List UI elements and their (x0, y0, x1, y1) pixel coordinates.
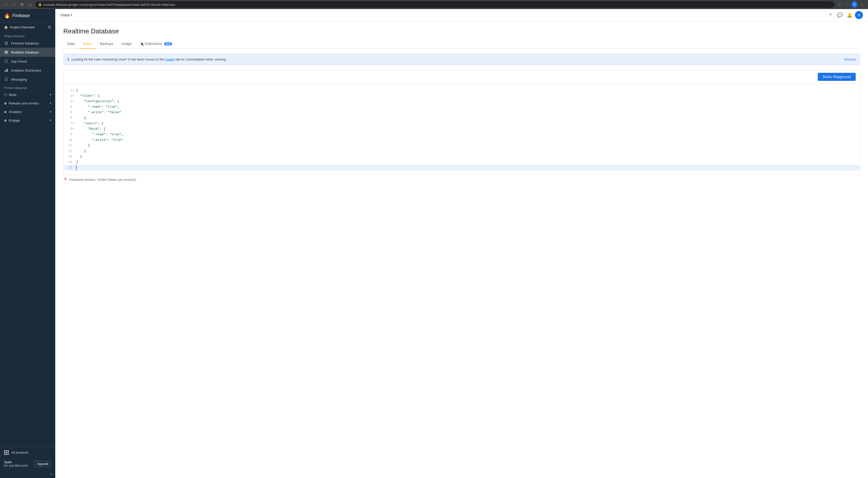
usage-link[interactable]: Usage (165, 58, 175, 61)
svg-rect-0 (5, 42, 8, 43)
code-line-3: 3 ▾ "configuration": { (64, 99, 860, 104)
top-bar: chatai ▾ ? 💬 🔔 R (55, 9, 868, 21)
line-number-2: 2 (70, 93, 72, 99)
svg-rect-5 (5, 70, 5, 72)
tab-backups[interactable]: Backups (96, 39, 117, 49)
grid-icon (4, 450, 9, 455)
tab-data[interactable]: Data (63, 39, 79, 49)
info-banner-suffix: tab for consolidated metric viewing. (175, 58, 226, 61)
project-shortcuts-section-label: Project shortcuts (0, 32, 55, 39)
code-line-14: 14 } (64, 159, 860, 165)
bookmark-button[interactable]: ☆ (836, 1, 842, 7)
firebase-flame-icon: 🔥 (4, 12, 10, 19)
url-text: console.firebase.google.com/project/chat… (43, 3, 175, 6)
page-content: Realtime Database Data Rules Backups Usa… (55, 21, 868, 478)
extensions-button[interactable]: ⬛ (844, 1, 850, 7)
release-chevron-icon: ▾ (50, 101, 51, 105)
code-line-9: 9 ".read": "true", (64, 132, 860, 137)
forward-button[interactable]: → (11, 1, 17, 7)
plan-description: No cost $0/month (4, 464, 28, 468)
release-monitor-label: Release and monitor (9, 101, 39, 105)
code-line-10: 10 ".write": "true" (64, 137, 860, 143)
rules-playground-button[interactable]: Rules Playground (818, 73, 856, 81)
code-line-8: 8 ▾ "$uid": { (64, 126, 860, 132)
reload-button[interactable]: ↻ (19, 1, 25, 7)
sidebar-header: 🔥 Firebase (0, 9, 55, 22)
notifications-button[interactable]: 🔔 (845, 11, 854, 19)
profile-button[interactable]: R (851, 1, 858, 7)
messaging-icon (4, 77, 8, 82)
firestore-icon (4, 41, 8, 45)
lock-icon: 🔒 (38, 3, 42, 6)
upgrade-button[interactable]: Upgrade (34, 461, 51, 467)
code-line-2: 2 ▾ "rules": { (64, 93, 860, 99)
extensions-new-badge: NEW (164, 42, 172, 45)
menu-button[interactable]: ⋮ (859, 1, 865, 7)
svg-rect-7 (7, 69, 8, 72)
sidebar: 🔥 Firebase 🏠 Project Overview ⚙ Project … (0, 9, 55, 478)
extensions-plug-icon: 🔌 (140, 42, 144, 46)
dismiss-button[interactable]: Dismiss (844, 58, 856, 61)
sidebar-item-realtime-database[interactable]: Realtime Database (0, 48, 55, 57)
location-pin-icon: 📍 (63, 178, 67, 182)
svg-rect-6 (6, 69, 7, 72)
sidebar-group-engage[interactable]: ◈ Engage ▾ (0, 116, 55, 125)
engage-icon: ◈ (4, 118, 7, 122)
analytics-label: Analytics (9, 110, 22, 114)
settings-icon[interactable]: ⚙ (48, 25, 51, 30)
back-button[interactable]: ← (3, 1, 9, 7)
sidebar-item-app-check[interactable]: App Check (0, 57, 55, 66)
main-content: chatai ▾ ? 💬 🔔 R Realtime Database Data … (55, 9, 868, 478)
code-line-12: 12 } (64, 148, 860, 154)
sidebar-item-firestore-database[interactable]: Firestore Database (0, 39, 55, 48)
info-banner-text: Looking for the rules monitoring chart? … (71, 58, 226, 61)
firebase-name-label: Firebase (12, 13, 30, 18)
profile-avatar: R (851, 1, 858, 8)
sidebar-plan: Spark No cost $0/month Upgrade (0, 458, 55, 470)
help-button[interactable]: ? (826, 11, 834, 19)
code-line-4: 4 ".read": "true", (64, 104, 860, 110)
rules-toolbar: Rules Playground (64, 70, 860, 84)
home-icon: 🏠 (4, 25, 8, 29)
code-line-7: 7 ▾ "users": { (64, 121, 860, 126)
user-avatar[interactable]: R (855, 11, 863, 19)
page-title: Realtime Database (63, 27, 860, 35)
code-line-6: 6 }, (64, 115, 860, 121)
analytics-chevron-icon: ▾ (50, 110, 51, 114)
sidebar-item-analytics-dashboard[interactable]: Analytics Dashboard (0, 66, 55, 75)
line-toggle-8[interactable]: ▾ (72, 126, 74, 132)
line-toggle-1[interactable]: ▾ (72, 88, 74, 93)
sidebar-group-analytics[interactable]: ◈ Analytics ▾ (0, 107, 55, 116)
tab-extensions[interactable]: 🔌 Extensions NEW (135, 39, 177, 49)
tab-usage[interactable]: Usage (117, 39, 135, 49)
code-line-1: 1 ▾ { (64, 88, 860, 93)
sidebar-item-messaging[interactable]: Messaging (0, 75, 55, 84)
tab-rules[interactable]: Rules (79, 39, 96, 49)
all-products-label: All products (11, 451, 28, 454)
bottom-info: 📍 Database location: United States (us-c… (63, 175, 860, 185)
sidebar-all-products[interactable]: All products (0, 447, 55, 458)
line-toggle-2[interactable]: ▾ (72, 93, 74, 99)
sidebar-project-overview[interactable]: 🏠 Project Overview ⚙ (0, 22, 55, 32)
address-bar[interactable]: 🔒 console.firebase.google.com/project/ch… (35, 1, 834, 8)
code-line-11: 11 } (64, 143, 860, 148)
sidebar-collapse-button[interactable]: < (0, 470, 55, 478)
firebase-logo[interactable]: 🔥 Firebase (4, 12, 30, 19)
info-icon: ℹ (68, 57, 69, 62)
chat-button[interactable]: 💬 (836, 11, 844, 19)
firestore-database-label: Firestore Database (11, 41, 39, 45)
code-editor[interactable]: 1 ▾ { 2 ▾ "rules": { (64, 84, 860, 174)
line-toggle-3[interactable]: ▾ (72, 99, 74, 104)
line-toggle-7[interactable]: ▾ (72, 121, 74, 126)
project-dropdown[interactable]: chatai ▾ (60, 13, 72, 17)
project-dropdown-chevron-icon: ▾ (70, 13, 72, 17)
engage-chevron-icon: ▾ (50, 119, 51, 122)
build-icon: ⬡ (4, 93, 7, 97)
messaging-label: Messaging (11, 77, 27, 81)
code-line-15: 15 (64, 165, 860, 170)
home-button[interactable]: ⌂ (27, 1, 33, 7)
app-check-label: App Check (11, 60, 27, 63)
sidebar-group-build[interactable]: ⬡ Build ▾ (0, 90, 55, 99)
svg-rect-3 (5, 52, 8, 53)
sidebar-group-release-monitor[interactable]: ◈ Release and monitor ▾ (0, 99, 55, 107)
